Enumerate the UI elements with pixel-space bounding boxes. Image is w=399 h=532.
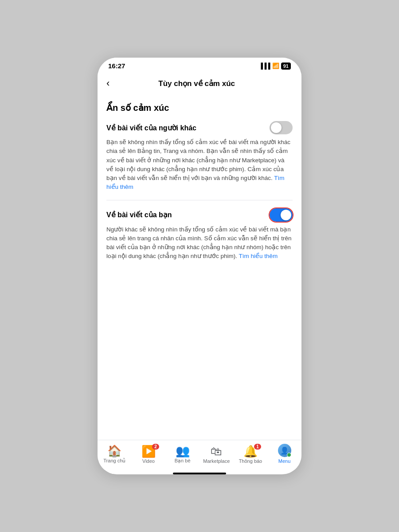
nav-item-menu[interactable]: 👤 Menu bbox=[271, 444, 298, 464]
option1-label: Về bài viết của người khác bbox=[106, 124, 196, 132]
back-button[interactable]: ‹ bbox=[105, 76, 114, 91]
friends-icon: 👥 bbox=[176, 445, 190, 457]
option2-row: Về bài viết của bạn bbox=[106, 208, 293, 222]
status-time: 16:27 bbox=[108, 62, 125, 70]
option2-learn-more[interactable]: Tìm hiểu thêm bbox=[239, 253, 278, 259]
option1-row: Về bài viết của người khác bbox=[106, 121, 293, 134]
signal-icon: ▐▐▐ bbox=[259, 63, 270, 69]
home-indicator bbox=[173, 473, 226, 474]
nav-icon-wrap-menu: 👤 bbox=[278, 444, 291, 457]
nav-icon-wrap-marketplace: 🛍 bbox=[211, 446, 222, 457]
content-area: Ẩn số cảm xúc Về bài viết của người khác… bbox=[98, 95, 301, 440]
nav-label-notifications: Thông báo bbox=[239, 458, 262, 464]
option2-block: Về bài viết của bạn Người khác sẽ không … bbox=[106, 208, 293, 261]
page-title: Tùy chọn về cảm xúc bbox=[114, 79, 279, 88]
nav-label-marketplace: Marketplace bbox=[203, 458, 230, 464]
battery-badge: 91 bbox=[281, 63, 291, 70]
notifications-badge: 1 bbox=[254, 444, 261, 450]
home-icon: 🏠 bbox=[107, 445, 121, 457]
option2-toggle-knob bbox=[281, 210, 291, 220]
nav-icon-wrap-friends: 👥 bbox=[176, 445, 190, 457]
section-title: Ẩn số cảm xúc bbox=[106, 102, 293, 113]
section-divider bbox=[106, 200, 293, 200]
nav-label-video: Video bbox=[142, 458, 155, 464]
bottom-nav: 🏠 Trang chủ ▶️ 2 Video 👥 Bạn bè 🛍 Market… bbox=[98, 440, 301, 470]
wifi-icon: 📶 bbox=[272, 63, 279, 69]
nav-item-marketplace[interactable]: 🛍 Marketplace bbox=[203, 446, 230, 464]
nav-label-friends: Bạn bè bbox=[175, 458, 191, 464]
status-bar: 16:27 ▐▐▐ 📶 91 bbox=[98, 58, 301, 72]
nav-item-notifications[interactable]: 🔔 1 Thông báo bbox=[237, 446, 264, 464]
nav-item-home[interactable]: 🏠 Trang chủ bbox=[101, 445, 128, 464]
nav-item-video[interactable]: ▶️ 2 Video bbox=[135, 446, 162, 464]
option2-description: Người khác sẽ không nhìn thấy tổng số cả… bbox=[106, 225, 293, 261]
option2-toggle[interactable] bbox=[270, 208, 293, 222]
status-right-icons: ▐▐▐ 📶 91 bbox=[259, 63, 291, 70]
option1-block: Về bài viết của người khác Bạn sẽ không … bbox=[106, 121, 293, 192]
nav-icon-wrap-home: 🏠 bbox=[107, 445, 121, 457]
option2-label: Về bài viết của bạn bbox=[106, 211, 172, 219]
option1-description: Bạn sẽ không nhìn thấy tổng số cảm xúc v… bbox=[106, 138, 293, 192]
nav-icon-wrap-notifications: 🔔 1 bbox=[243, 446, 258, 457]
nav-label-home: Trang chủ bbox=[103, 458, 125, 464]
nav-icon-wrap-video: ▶️ 2 bbox=[141, 446, 156, 457]
avatar: 👤 bbox=[278, 444, 291, 457]
avatar-online-indicator bbox=[287, 453, 291, 457]
video-badge: 2 bbox=[152, 444, 159, 450]
option1-toggle[interactable] bbox=[270, 121, 293, 134]
header-nav: ‹ Tùy chọn về cảm xúc bbox=[98, 72, 301, 95]
option1-toggle-knob bbox=[271, 122, 282, 133]
nav-label-menu: Menu bbox=[278, 458, 291, 464]
nav-item-friends[interactable]: 👥 Bạn bè bbox=[169, 445, 196, 464]
phone-frame: 16:27 ▐▐▐ 📶 91 ‹ Tùy chọn về cảm xúc Ẩn … bbox=[98, 58, 301, 474]
marketplace-icon: 🛍 bbox=[211, 446, 222, 457]
